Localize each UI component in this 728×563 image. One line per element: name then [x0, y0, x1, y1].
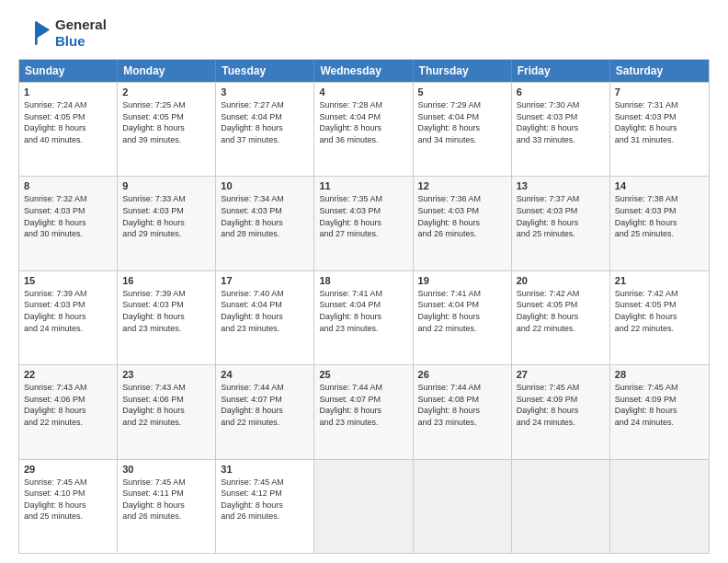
day-number: 16 — [122, 275, 210, 286]
day-details: Sunrise: 7:28 AM Sunset: 4:04 PM Dayligh… — [319, 99, 407, 145]
day-details: Sunrise: 7:38 AM Sunset: 4:03 PM Dayligh… — [615, 193, 704, 239]
logo: General Blue — [18, 17, 107, 50]
day-number: 5 — [418, 86, 506, 98]
calendar-header-cell: Tuesday — [216, 60, 314, 82]
calendar-cell: 24Sunrise: 7:44 AM Sunset: 4:07 PM Dayli… — [216, 365, 314, 458]
day-details: Sunrise: 7:30 AM Sunset: 4:03 PM Dayligh… — [517, 99, 605, 145]
day-number: 22 — [24, 369, 112, 380]
day-number: 17 — [221, 275, 309, 286]
day-details: Sunrise: 7:35 AM Sunset: 4:03 PM Dayligh… — [319, 193, 407, 239]
day-details: Sunrise: 7:37 AM Sunset: 4:03 PM Dayligh… — [517, 193, 605, 239]
day-details: Sunrise: 7:45 AM Sunset: 4:12 PM Dayligh… — [221, 477, 309, 523]
day-number: 18 — [319, 275, 407, 286]
calendar-cell: 7Sunrise: 7:31 AM Sunset: 4:03 PM Daylig… — [610, 83, 709, 176]
logo-icon — [18, 17, 51, 50]
calendar-cell: 14Sunrise: 7:38 AM Sunset: 4:03 PM Dayli… — [610, 177, 709, 270]
calendar-cell — [414, 460, 512, 553]
day-details: Sunrise: 7:43 AM Sunset: 4:06 PM Dayligh… — [122, 382, 210, 428]
day-number: 2 — [122, 86, 210, 98]
calendar-cell: 25Sunrise: 7:44 AM Sunset: 4:07 PM Dayli… — [314, 365, 413, 458]
day-details: Sunrise: 7:42 AM Sunset: 4:05 PM Dayligh… — [517, 288, 605, 334]
day-details: Sunrise: 7:25 AM Sunset: 4:05 PM Dayligh… — [122, 99, 210, 145]
day-details: Sunrise: 7:31 AM Sunset: 4:03 PM Dayligh… — [615, 99, 704, 145]
day-details: Sunrise: 7:24 AM Sunset: 4:05 PM Dayligh… — [24, 99, 112, 145]
day-number: 9 — [122, 180, 210, 191]
day-details: Sunrise: 7:36 AM Sunset: 4:03 PM Dayligh… — [418, 193, 506, 239]
svg-marker-0 — [37, 21, 50, 38]
day-details: Sunrise: 7:39 AM Sunset: 4:03 PM Dayligh… — [122, 288, 210, 334]
calendar-row: 1Sunrise: 7:24 AM Sunset: 4:05 PM Daylig… — [19, 82, 709, 176]
calendar-cell: 19Sunrise: 7:41 AM Sunset: 4:04 PM Dayli… — [414, 271, 512, 364]
calendar-cell: 22Sunrise: 7:43 AM Sunset: 4:06 PM Dayli… — [19, 365, 118, 458]
calendar-cell: 5Sunrise: 7:29 AM Sunset: 4:04 PM Daylig… — [414, 83, 512, 176]
day-details: Sunrise: 7:34 AM Sunset: 4:03 PM Dayligh… — [221, 193, 309, 239]
header: General Blue — [18, 17, 710, 50]
calendar: SundayMondayTuesdayWednesdayThursdayFrid… — [18, 59, 710, 554]
calendar-cell: 30Sunrise: 7:45 AM Sunset: 4:11 PM Dayli… — [118, 460, 216, 553]
day-details: Sunrise: 7:40 AM Sunset: 4:04 PM Dayligh… — [221, 288, 309, 334]
calendar-cell: 2Sunrise: 7:25 AM Sunset: 4:05 PM Daylig… — [118, 83, 216, 176]
day-details: Sunrise: 7:29 AM Sunset: 4:04 PM Dayligh… — [418, 99, 506, 145]
calendar-header-cell: Monday — [118, 60, 216, 82]
day-details: Sunrise: 7:44 AM Sunset: 4:07 PM Dayligh… — [319, 382, 407, 428]
calendar-cell: 16Sunrise: 7:39 AM Sunset: 4:03 PM Dayli… — [118, 271, 216, 364]
calendar-cell: 15Sunrise: 7:39 AM Sunset: 4:03 PM Dayli… — [19, 271, 118, 364]
day-number: 6 — [517, 86, 605, 98]
calendar-cell: 31Sunrise: 7:45 AM Sunset: 4:12 PM Dayli… — [216, 460, 314, 553]
day-details: Sunrise: 7:33 AM Sunset: 4:03 PM Dayligh… — [122, 193, 210, 239]
day-details: Sunrise: 7:42 AM Sunset: 4:05 PM Dayligh… — [615, 288, 704, 334]
calendar-header-cell: Saturday — [610, 60, 709, 82]
calendar-cell: 23Sunrise: 7:43 AM Sunset: 4:06 PM Dayli… — [118, 365, 216, 458]
day-details: Sunrise: 7:39 AM Sunset: 4:03 PM Dayligh… — [24, 288, 112, 334]
day-number: 12 — [418, 180, 506, 191]
day-number: 23 — [122, 369, 210, 380]
calendar-cell: 8Sunrise: 7:32 AM Sunset: 4:03 PM Daylig… — [19, 177, 118, 270]
day-details: Sunrise: 7:41 AM Sunset: 4:04 PM Dayligh… — [319, 288, 407, 334]
day-number: 24 — [221, 369, 309, 380]
calendar-cell: 9Sunrise: 7:33 AM Sunset: 4:03 PM Daylig… — [118, 177, 216, 270]
day-number: 25 — [319, 369, 407, 380]
day-number: 26 — [418, 369, 506, 380]
day-number: 27 — [517, 369, 605, 380]
calendar-header-cell: Sunday — [19, 60, 118, 82]
calendar-cell: 29Sunrise: 7:45 AM Sunset: 4:10 PM Dayli… — [19, 460, 118, 553]
day-details: Sunrise: 7:43 AM Sunset: 4:06 PM Dayligh… — [24, 382, 112, 428]
calendar-cell: 18Sunrise: 7:41 AM Sunset: 4:04 PM Dayli… — [314, 271, 413, 364]
logo-text-line1: General — [55, 17, 107, 33]
svg-rect-1 — [35, 21, 38, 44]
day-number: 7 — [615, 86, 704, 98]
calendar-cell — [610, 460, 709, 553]
calendar-cell: 4Sunrise: 7:28 AM Sunset: 4:04 PM Daylig… — [314, 83, 413, 176]
calendar-cell: 12Sunrise: 7:36 AM Sunset: 4:03 PM Dayli… — [414, 177, 512, 270]
calendar-cell: 28Sunrise: 7:45 AM Sunset: 4:09 PM Dayli… — [610, 365, 709, 458]
day-number: 8 — [24, 180, 112, 191]
calendar-cell — [512, 460, 610, 553]
day-number: 13 — [517, 180, 605, 191]
page: General Blue SundayMondayTuesdayWednesda… — [0, 0, 728, 563]
calendar-header-cell: Wednesday — [314, 60, 413, 82]
calendar-cell: 26Sunrise: 7:44 AM Sunset: 4:08 PM Dayli… — [414, 365, 512, 458]
calendar-row: 8Sunrise: 7:32 AM Sunset: 4:03 PM Daylig… — [19, 176, 709, 270]
calendar-cell: 6Sunrise: 7:30 AM Sunset: 4:03 PM Daylig… — [512, 83, 610, 176]
calendar-cell: 1Sunrise: 7:24 AM Sunset: 4:05 PM Daylig… — [19, 83, 118, 176]
day-number: 10 — [221, 180, 309, 191]
day-details: Sunrise: 7:32 AM Sunset: 4:03 PM Dayligh… — [24, 193, 112, 239]
calendar-row: 22Sunrise: 7:43 AM Sunset: 4:06 PM Dayli… — [19, 364, 709, 458]
calendar-cell: 10Sunrise: 7:34 AM Sunset: 4:03 PM Dayli… — [216, 177, 314, 270]
day-details: Sunrise: 7:45 AM Sunset: 4:09 PM Dayligh… — [615, 382, 704, 428]
calendar-cell: 20Sunrise: 7:42 AM Sunset: 4:05 PM Dayli… — [512, 271, 610, 364]
calendar-cell: 21Sunrise: 7:42 AM Sunset: 4:05 PM Dayli… — [610, 271, 709, 364]
day-number: 21 — [615, 275, 704, 286]
calendar-row: 29Sunrise: 7:45 AM Sunset: 4:10 PM Dayli… — [19, 459, 709, 553]
day-number: 14 — [615, 180, 704, 191]
day-details: Sunrise: 7:44 AM Sunset: 4:07 PM Dayligh… — [221, 382, 309, 428]
day-number: 4 — [319, 86, 407, 98]
logo-text-line2: Blue — [55, 33, 107, 50]
calendar-header: SundayMondayTuesdayWednesdayThursdayFrid… — [19, 60, 709, 82]
day-details: Sunrise: 7:41 AM Sunset: 4:04 PM Dayligh… — [418, 288, 506, 334]
day-details: Sunrise: 7:44 AM Sunset: 4:08 PM Dayligh… — [418, 382, 506, 428]
day-number: 29 — [24, 464, 112, 475]
day-details: Sunrise: 7:45 AM Sunset: 4:10 PM Dayligh… — [24, 477, 112, 523]
calendar-cell: 3Sunrise: 7:27 AM Sunset: 4:04 PM Daylig… — [216, 83, 314, 176]
calendar-cell: 11Sunrise: 7:35 AM Sunset: 4:03 PM Dayli… — [314, 177, 413, 270]
